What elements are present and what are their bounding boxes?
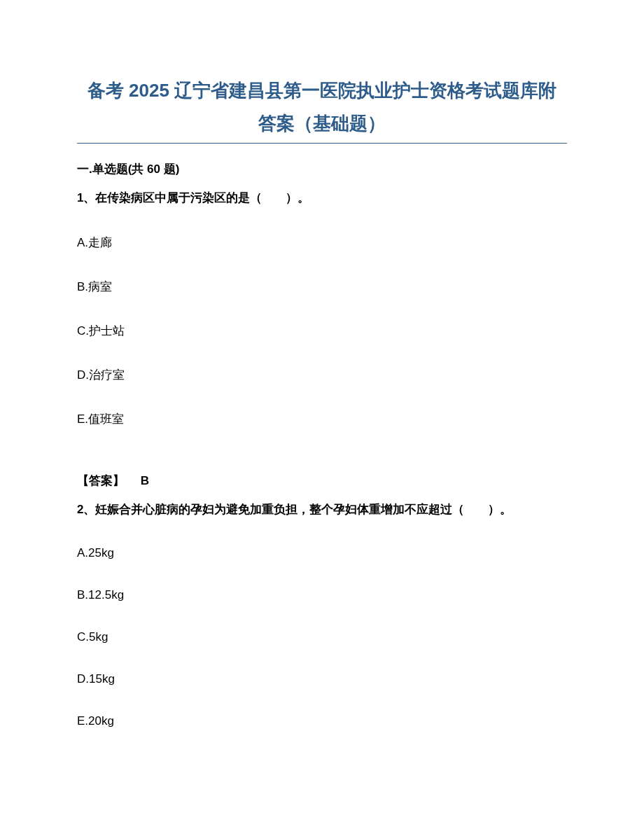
question-1-option-e: E.值班室 [77,411,567,427]
question-2-option-b: B.12.5kg [77,588,567,602]
document-title-line1: 备考 2025 辽宁省建昌县第一医院执业护士资格考试题库附 [77,77,567,104]
question-2-option-d: D.15kg [77,672,567,686]
section-header: 一.单选题(共 60 题) [77,161,567,177]
question-2-option-e: E.20kg [77,714,567,728]
question-1-option-c: C.护士站 [77,323,567,339]
question-2-option-a: A.25kg [77,546,567,560]
question-2-option-c: C.5kg [77,630,567,644]
question-1-answer: 【答案】 B [77,473,567,489]
question-1-text: 1、在传染病区中属于污染区的是（ ）。 [77,190,567,207]
question-1-option-b: B.病室 [77,279,567,295]
title-underline [77,143,567,144]
question-1-option-a: A.走廊 [77,235,567,251]
answer-value: B [141,474,149,487]
document-title-line2: 答案（基础题） [77,110,567,137]
question-1-option-d: D.治疗室 [77,367,567,383]
answer-label: 【答案】 [77,474,125,487]
question-2-text: 2、妊娠合并心脏病的孕妇为避免加重负担，整个孕妇体重增加不应超过（ ）。 [77,501,567,518]
